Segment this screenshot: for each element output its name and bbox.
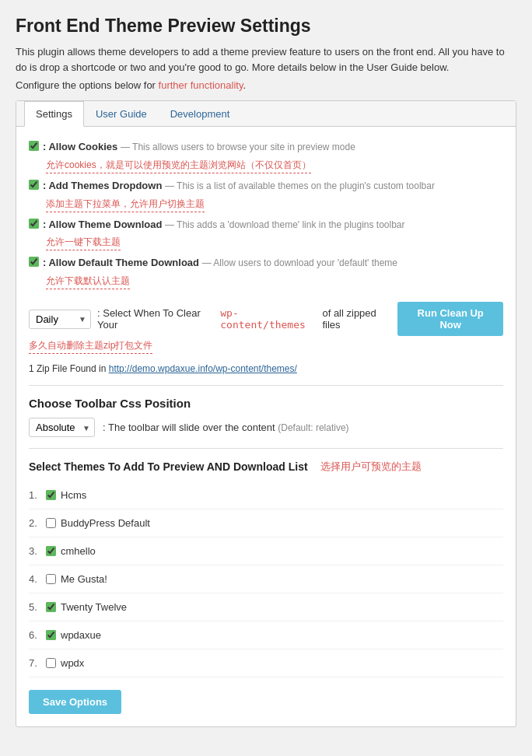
option-allow-default-download: : Allow Default Theme Download — Allow u…: [29, 255, 503, 271]
tab-user-guide[interactable]: User Guide: [84, 101, 159, 127]
allow-default-download-checkbox[interactable]: [29, 257, 39, 267]
toolbar-section-title: Choose Toolbar Css Position: [29, 397, 503, 410]
cleanup-label-after: of all zipped files: [322, 307, 391, 331]
theme-6-checkbox[interactable]: [46, 630, 56, 640]
theme-4-checkbox[interactable]: [46, 574, 56, 584]
theme-2-checkbox[interactable]: [46, 518, 56, 528]
page-description: This plugin allows theme developers to a…: [16, 44, 516, 75]
cleanup-annotation: 多久自动删除主题zip打包文件: [29, 339, 152, 354]
themes-section-title: Select Themes To Add To Preview AND Down…: [29, 460, 308, 473]
theme-item-2: 2. BuddyPress Default: [29, 509, 503, 537]
themes-annotation: 选择用户可预览的主题: [320, 460, 422, 474]
themes-list: 1. Hcms 2. BuddyPress Default 3. cmhello…: [29, 481, 503, 677]
further-functionality-link[interactable]: further functionality: [159, 79, 243, 91]
add-themes-dropdown-annotation: 添加主题下拉菜单，允许用户切换主题: [46, 198, 205, 212]
tab-development[interactable]: Development: [159, 101, 242, 127]
theme-item-7: 7. wpdx: [29, 649, 503, 677]
theme-item-6: 6. wpdaxue: [29, 621, 503, 649]
theme-7-checkbox[interactable]: [46, 658, 56, 668]
section-divider-1: [29, 385, 503, 386]
allow-theme-download-annotation: 允许一键下载主题: [46, 236, 121, 250]
allow-cookies-checkbox[interactable]: [29, 141, 39, 151]
allow-cookies-annotation: 允许cookies，就是可以使用预览的主题浏览网站（不仅仅首页）: [46, 159, 311, 173]
zip-url-link[interactable]: http://demo.wpdaxue.info/wp-content/them…: [109, 363, 297, 374]
theme-1-checkbox[interactable]: [46, 490, 56, 500]
allow-theme-download-checkbox[interactable]: [29, 219, 39, 229]
cleanup-label-before: : Select When To Clear Your: [97, 307, 214, 331]
themes-header: Select Themes To Add To Preview AND Down…: [29, 460, 503, 474]
section-divider-2: [29, 448, 503, 449]
save-options-button[interactable]: Save Options: [29, 690, 121, 714]
zip-info-row: 1 Zip File Found in http://demo.wpdaxue.…: [29, 363, 503, 374]
tabs-bar: Settings User Guide Development: [16, 101, 516, 127]
toolbar-desc: : The toolbar will slide over the conten…: [103, 422, 349, 433]
cleanup-row: Daily Weekly Monthly Never ▼ : Select Wh…: [29, 302, 503, 336]
toolbar-position-row: Absolute Relative Fixed ▼ : The toolbar …: [29, 418, 503, 437]
allow-default-download-annotation: 允许下载默认认主题: [46, 275, 130, 289]
theme-item-5: 5. Twenty Twelve: [29, 593, 503, 621]
cleanup-select-wrapper: Daily Weekly Monthly Never ▼: [29, 310, 91, 329]
theme-5-checkbox[interactable]: [46, 602, 56, 612]
option-add-themes-dropdown: : Add Themes Dropdown — This is a list o…: [29, 178, 503, 194]
run-cleanup-button[interactable]: Run Clean Up Now: [397, 302, 503, 336]
wp-content-path: wp-content/themes: [220, 307, 316, 331]
option-allow-theme-download: : Allow Theme Download — This adds a 'do…: [29, 217, 503, 233]
settings-content: : Allow Cookies — This allows users to b…: [16, 127, 516, 726]
page-title: Front End Theme Preview Settings: [16, 16, 516, 37]
add-themes-dropdown-checkbox[interactable]: [29, 180, 39, 190]
theme-item-1: 1. Hcms: [29, 481, 503, 509]
tab-settings[interactable]: Settings: [24, 101, 84, 127]
configure-line: Configure the options below for further …: [16, 79, 516, 91]
option-allow-cookies: : Allow Cookies — This allows users to b…: [29, 139, 503, 156]
toolbar-position-select[interactable]: Absolute Relative Fixed: [29, 418, 95, 437]
theme-item-3: 3. cmhello: [29, 537, 503, 565]
settings-panel: Settings User Guide Development : Allow …: [16, 100, 516, 727]
theme-3-checkbox[interactable]: [46, 546, 56, 556]
theme-item-4: 4. Me Gusta!: [29, 565, 503, 593]
cleanup-frequency-select[interactable]: Daily Weekly Monthly Never: [29, 310, 91, 329]
toolbar-position-select-wrapper: Absolute Relative Fixed ▼: [29, 418, 95, 437]
